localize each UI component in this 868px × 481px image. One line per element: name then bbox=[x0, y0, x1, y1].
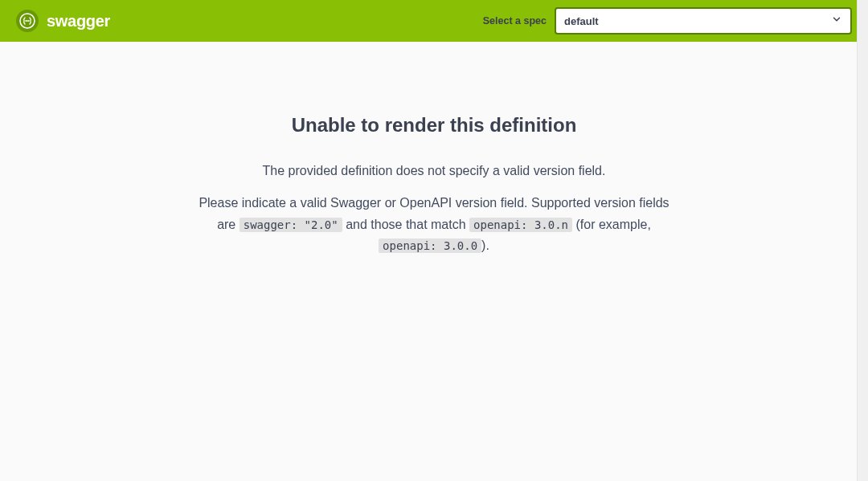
swagger-logo-icon bbox=[16, 10, 39, 32]
error-code-2: openapi: 3.0.n bbox=[469, 218, 572, 232]
logo[interactable]: swagger bbox=[16, 10, 110, 32]
spec-label: Select a spec bbox=[483, 15, 547, 26]
error-block: Unable to render this definition The pro… bbox=[193, 114, 675, 257]
error-code-3: openapi: 3.0.0 bbox=[379, 238, 481, 253]
scrollbar[interactable] bbox=[857, 0, 868, 481]
error-detail-text-2: and those that match bbox=[342, 218, 469, 231]
brand-text: swagger bbox=[47, 12, 110, 31]
error-detail: Please indicate a valid Swagger or OpenA… bbox=[193, 193, 675, 256]
error-code-1: swagger: "2.0" bbox=[240, 218, 342, 232]
svg-point-2 bbox=[27, 20, 28, 22]
spec-select-value: default bbox=[564, 15, 599, 27]
error-detail-text-4: ). bbox=[481, 238, 489, 252]
content-area: Unable to render this definition The pro… bbox=[0, 42, 868, 257]
topbar: swagger Select a spec default bbox=[0, 0, 868, 42]
spec-select[interactable]: default bbox=[555, 7, 852, 35]
error-title: Unable to render this definition bbox=[193, 114, 675, 137]
error-detail-text-3: (for example, bbox=[572, 218, 651, 231]
spec-selector-area: Select a spec default bbox=[483, 7, 852, 35]
error-subtitle: The provided definition does not specify… bbox=[193, 161, 675, 181]
svg-point-3 bbox=[28, 20, 30, 22]
svg-point-1 bbox=[25, 20, 27, 22]
chevron-down-icon bbox=[831, 14, 842, 28]
